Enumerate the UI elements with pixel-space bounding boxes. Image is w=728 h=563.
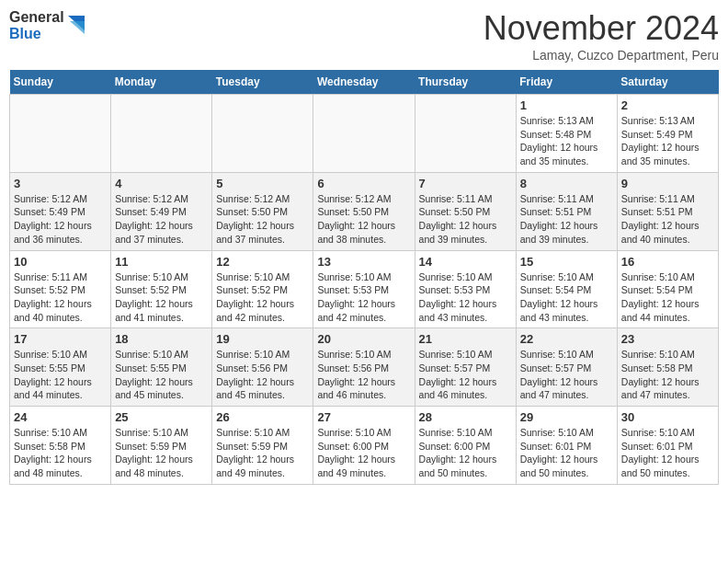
day-cell-8: 8Sunrise: 5:11 AMSunset: 5:51 PMDaylight… [516,172,617,250]
day-number: 18 [115,332,208,346]
day-number: 12 [216,255,309,269]
empty-cell [111,95,212,173]
header-friday: Friday [516,70,617,95]
day-info: Sunrise: 5:10 AMSunset: 5:57 PMDaylight:… [520,348,613,402]
week-row-4: 17Sunrise: 5:10 AMSunset: 5:55 PMDayligh… [10,328,719,407]
day-number: 24 [14,410,107,424]
header-tuesday: Tuesday [212,70,313,95]
day-number: 1 [520,98,613,112]
day-info: Sunrise: 5:11 AMSunset: 5:50 PMDaylight:… [419,192,512,247]
week-row-2: 3Sunrise: 5:12 AMSunset: 5:49 PMDaylight… [10,172,719,250]
day-cell-9: 9Sunrise: 5:11 AMSunset: 5:51 PMDaylight… [617,172,718,250]
day-number: 29 [520,410,613,424]
day-info: Sunrise: 5:10 AMSunset: 5:55 PMDaylight:… [115,348,208,402]
day-cell-7: 7Sunrise: 5:11 AMSunset: 5:50 PMDaylight… [415,172,516,250]
day-number: 14 [419,255,512,269]
day-info: Sunrise: 5:10 AMSunset: 5:53 PMDaylight:… [419,270,512,325]
day-cell-3: 3Sunrise: 5:12 AMSunset: 5:49 PMDaylight… [10,172,111,250]
day-cell-24: 24Sunrise: 5:10 AMSunset: 5:58 PMDayligh… [10,407,111,485]
empty-cell [212,95,313,173]
calendar-table: SundayMondayTuesdayWednesdayThursdayFrid… [9,70,719,485]
day-cell-19: 19Sunrise: 5:10 AMSunset: 5:56 PMDayligh… [212,328,313,407]
day-info: Sunrise: 5:10 AMSunset: 5:59 PMDaylight:… [216,426,309,480]
day-info: Sunrise: 5:11 AMSunset: 5:51 PMDaylight:… [520,192,613,247]
day-info: Sunrise: 5:10 AMSunset: 5:58 PMDaylight:… [621,348,714,402]
day-number: 23 [621,332,714,346]
day-info: Sunrise: 5:10 AMSunset: 6:01 PMDaylight:… [520,426,613,480]
day-info: Sunrise: 5:10 AMSunset: 5:54 PMDaylight:… [621,270,714,325]
day-number: 11 [115,255,208,269]
day-number: 19 [216,332,309,346]
month-title: November 2024 [483,9,719,48]
day-info: Sunrise: 5:10 AMSunset: 6:00 PMDaylight:… [317,426,410,480]
day-cell-22: 22Sunrise: 5:10 AMSunset: 5:57 PMDayligh… [516,328,617,407]
day-number: 25 [115,410,208,424]
header-wednesday: Wednesday [313,70,415,95]
empty-cell [313,95,415,173]
day-cell-25: 25Sunrise: 5:10 AMSunset: 5:59 PMDayligh… [111,407,212,485]
day-cell-2: 2Sunrise: 5:13 AMSunset: 5:49 PMDaylight… [617,95,718,173]
day-info: Sunrise: 5:10 AMSunset: 5:56 PMDaylight:… [216,348,309,402]
day-number: 3 [14,177,107,190]
week-row-5: 24Sunrise: 5:10 AMSunset: 5:58 PMDayligh… [10,407,719,485]
day-cell-5: 5Sunrise: 5:12 AMSunset: 5:50 PMDaylight… [212,172,313,250]
day-number: 17 [14,332,107,346]
day-cell-20: 20Sunrise: 5:10 AMSunset: 5:56 PMDayligh… [313,328,415,407]
header-thursday: Thursday [415,70,516,95]
header-monday: Monday [111,70,212,95]
day-number: 16 [621,255,714,269]
empty-cell [10,95,111,173]
day-number: 28 [419,410,512,424]
day-info: Sunrise: 5:11 AMSunset: 5:51 PMDaylight:… [621,192,714,247]
day-info: Sunrise: 5:10 AMSunset: 6:00 PMDaylight:… [419,426,512,480]
day-info: Sunrise: 5:12 AMSunset: 5:49 PMDaylight:… [14,192,107,247]
day-number: 7 [419,177,512,190]
header-saturday: Saturday [617,70,718,95]
day-info: Sunrise: 5:10 AMSunset: 5:52 PMDaylight:… [216,270,309,325]
logo-text: General Blue [9,9,64,43]
day-info: Sunrise: 5:10 AMSunset: 5:58 PMDaylight:… [14,426,107,480]
day-cell-6: 6Sunrise: 5:12 AMSunset: 5:50 PMDaylight… [313,172,415,250]
day-info: Sunrise: 5:13 AMSunset: 5:49 PMDaylight:… [621,114,714,168]
day-info: Sunrise: 5:13 AMSunset: 5:48 PMDaylight:… [520,114,613,168]
logo-general: General [9,9,64,25]
day-cell-14: 14Sunrise: 5:10 AMSunset: 5:53 PMDayligh… [415,250,516,328]
day-info: Sunrise: 5:12 AMSunset: 5:50 PMDaylight:… [317,192,410,247]
empty-cell [415,95,516,173]
day-cell-11: 11Sunrise: 5:10 AMSunset: 5:52 PMDayligh… [111,250,212,328]
day-cell-30: 30Sunrise: 5:10 AMSunset: 6:01 PMDayligh… [617,407,718,485]
day-cell-10: 10Sunrise: 5:11 AMSunset: 5:52 PMDayligh… [10,250,111,328]
day-cell-27: 27Sunrise: 5:10 AMSunset: 6:00 PMDayligh… [313,407,415,485]
day-cell-21: 21Sunrise: 5:10 AMSunset: 5:57 PMDayligh… [415,328,516,407]
calendar-header-row: SundayMondayTuesdayWednesdayThursdayFrid… [10,70,719,95]
header-sunday: Sunday [10,70,111,95]
page-header: General Blue November 2024 Lamay, Cuzco … [9,9,719,63]
title-block: November 2024 Lamay, Cuzco Department, P… [483,9,719,63]
day-number: 8 [520,177,613,190]
day-number: 30 [621,410,714,424]
location: Lamay, Cuzco Department, Peru [483,48,719,63]
logo-blue: Blue [9,26,41,41]
day-cell-18: 18Sunrise: 5:10 AMSunset: 5:55 PMDayligh… [111,328,212,407]
day-cell-26: 26Sunrise: 5:10 AMSunset: 5:59 PMDayligh… [212,407,313,485]
day-cell-13: 13Sunrise: 5:10 AMSunset: 5:53 PMDayligh… [313,250,415,328]
day-number: 20 [317,332,410,346]
day-cell-29: 29Sunrise: 5:10 AMSunset: 6:01 PMDayligh… [516,407,617,485]
day-info: Sunrise: 5:10 AMSunset: 6:01 PMDaylight:… [621,426,714,480]
day-cell-17: 17Sunrise: 5:10 AMSunset: 5:55 PMDayligh… [10,328,111,407]
day-info: Sunrise: 5:11 AMSunset: 5:52 PMDaylight:… [14,270,107,325]
week-row-3: 10Sunrise: 5:11 AMSunset: 5:52 PMDayligh… [10,250,719,328]
day-cell-28: 28Sunrise: 5:10 AMSunset: 6:00 PMDayligh… [415,407,516,485]
day-cell-15: 15Sunrise: 5:10 AMSunset: 5:54 PMDayligh… [516,250,617,328]
day-number: 15 [520,255,613,269]
day-info: Sunrise: 5:12 AMSunset: 5:50 PMDaylight:… [216,192,309,247]
day-info: Sunrise: 5:10 AMSunset: 5:55 PMDaylight:… [14,348,107,402]
day-number: 10 [14,255,107,269]
day-number: 22 [520,332,613,346]
day-number: 21 [419,332,512,346]
day-info: Sunrise: 5:12 AMSunset: 5:49 PMDaylight:… [115,192,208,247]
day-number: 9 [621,177,714,190]
day-number: 4 [115,177,208,190]
day-info: Sunrise: 5:10 AMSunset: 5:56 PMDaylight:… [317,348,410,402]
day-number: 5 [216,177,309,190]
